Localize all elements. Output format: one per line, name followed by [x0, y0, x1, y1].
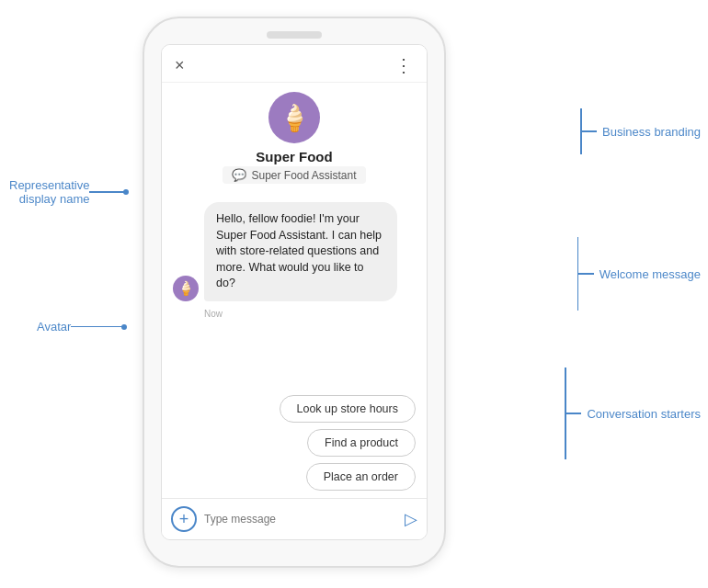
chip-look-up-store-hours[interactable]: Look up store hours: [280, 395, 417, 423]
phone-screen: × ⋮ 🍦 Super Food 💬 Super Food Assistant: [161, 44, 428, 540]
avatar-label: Avatar: [37, 320, 71, 334]
assistant-name: Super Food Assistant: [251, 169, 356, 182]
diagram-wrapper: × ⋮ 🍦 Super Food 💬 Super Food Assistant: [0, 0, 708, 588]
annotation-conversation-starters: Conversation starters: [565, 368, 701, 459]
add-button[interactable]: +: [171, 506, 197, 532]
brand-logo-emoji: 🍦: [279, 103, 311, 133]
message-input[interactable]: [204, 513, 397, 526]
chat-area: 🍦 Hello, fellow foodie! I'm your Super F…: [162, 193, 427, 391]
phone-shell: × ⋮ 🍦 Super Food 💬 Super Food Assistant: [143, 17, 446, 568]
send-button[interactable]: ▷: [405, 509, 417, 529]
annotation-welcome-message: Welcome message: [577, 237, 701, 311]
annotation-business-branding: Business branding: [580, 108, 701, 154]
brand-name: Super Food: [256, 149, 332, 164]
message-row: 🍦 Hello, fellow foodie! I'm your Super F…: [173, 202, 416, 301]
chip-place-order[interactable]: Place an order: [306, 463, 416, 491]
input-bar: + ▷: [162, 498, 427, 539]
avatar: 🍦: [173, 276, 199, 301]
welcome-message-label: Welcome message: [600, 267, 701, 281]
brand-logo: 🍦: [268, 92, 320, 143]
rep-display-label-line1: Representative: [9, 178, 89, 192]
close-button[interactable]: ×: [175, 56, 185, 75]
business-branding-label: Business branding: [602, 125, 701, 139]
annotation-rep-display: Representative display name: [9, 178, 129, 206]
conversation-starters-label: Conversation starters: [587, 407, 701, 421]
phone-speaker: [267, 31, 322, 39]
message-bubble: Hello, fellow foodie! I'm your Super Foo…: [204, 202, 397, 301]
annotation-avatar: Avatar: [37, 320, 127, 334]
assistant-icon: 💬: [232, 168, 246, 182]
brand-area: 🍦 Super Food 💬 Super Food Assistant: [162, 83, 427, 193]
more-button[interactable]: ⋮: [394, 54, 414, 76]
assistant-name-row: 💬 Super Food Assistant: [223, 166, 365, 184]
suggestion-chips: Look up store hours Find a product Place…: [162, 391, 427, 498]
screen-topbar: × ⋮: [162, 45, 427, 83]
message-time: Now: [204, 309, 416, 319]
rep-display-label-line2: display name: [19, 192, 90, 206]
chip-find-product[interactable]: Find a product: [307, 429, 416, 457]
avatar-emoji: 🍦: [177, 280, 195, 297]
